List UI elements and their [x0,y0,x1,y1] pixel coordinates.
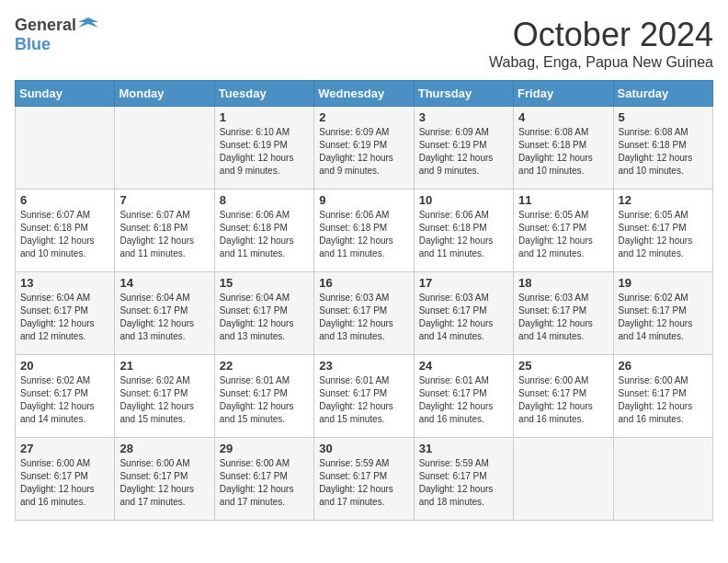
calendar-cell: 28Sunrise: 6:00 AM Sunset: 6:17 PM Dayli… [115,438,214,521]
day-info: Sunrise: 6:03 AM Sunset: 6:17 PM Dayligh… [419,292,508,343]
calendar-cell: 2Sunrise: 6:09 AM Sunset: 6:19 PM Daylig… [314,107,414,190]
calendar-cell [16,107,115,190]
day-info: Sunrise: 6:04 AM Sunset: 6:17 PM Dayligh… [20,292,109,343]
calendar-cell: 17Sunrise: 6:03 AM Sunset: 6:17 PM Dayli… [414,272,513,355]
calendar-cell: 31Sunrise: 5:59 AM Sunset: 6:17 PM Dayli… [414,438,513,521]
day-number: 3 [419,110,508,124]
day-info: Sunrise: 5:59 AM Sunset: 6:17 PM Dayligh… [319,457,408,509]
calendar-cell: 15Sunrise: 6:04 AM Sunset: 6:17 PM Dayli… [214,272,313,355]
weekday-header-sunday: Sunday [16,81,115,107]
day-info: Sunrise: 6:04 AM Sunset: 6:17 PM Dayligh… [220,292,309,343]
calendar-subtitle: Wabag, Enga, Papua New Guinea [489,54,713,71]
calendar-cell: 21Sunrise: 6:02 AM Sunset: 6:17 PM Dayli… [115,355,214,438]
day-number: 4 [518,110,608,124]
day-number: 22 [220,359,309,373]
day-info: Sunrise: 6:00 AM Sunset: 6:17 PM Dayligh… [518,374,608,426]
day-info: Sunrise: 6:07 AM Sunset: 6:18 PM Dayligh… [119,209,209,260]
day-info: Sunrise: 6:07 AM Sunset: 6:18 PM Dayligh… [20,209,109,260]
calendar-cell: 11Sunrise: 6:05 AM Sunset: 6:17 PM Dayli… [514,190,613,272]
day-number: 12 [619,193,708,207]
calendar-cell: 4Sunrise: 6:08 AM Sunset: 6:18 PM Daylig… [514,107,613,190]
day-info: Sunrise: 6:02 AM Sunset: 6:17 PM Dayligh… [619,292,708,343]
calendar-cell: 22Sunrise: 6:01 AM Sunset: 6:17 PM Dayli… [214,355,313,438]
calendar-cell: 14Sunrise: 6:04 AM Sunset: 6:17 PM Dayli… [115,272,214,355]
calendar-cell: 24Sunrise: 6:01 AM Sunset: 6:17 PM Dayli… [414,355,513,438]
calendar-cell: 3Sunrise: 6:09 AM Sunset: 6:19 PM Daylig… [414,107,513,190]
day-number: 17 [419,276,508,290]
calendar-cell: 23Sunrise: 6:01 AM Sunset: 6:17 PM Dayli… [314,355,414,438]
calendar-cell [115,107,214,190]
day-info: Sunrise: 5:59 AM Sunset: 6:17 PM Dayligh… [419,457,508,509]
day-info: Sunrise: 6:00 AM Sunset: 6:17 PM Dayligh… [220,457,309,509]
weekday-header-saturday: Saturday [613,81,712,107]
day-info: Sunrise: 6:01 AM Sunset: 6:17 PM Dayligh… [220,374,309,426]
day-number: 5 [619,110,708,124]
weekday-header-tuesday: Tuesday [214,81,313,107]
day-number: 16 [319,276,408,290]
day-info: Sunrise: 6:06 AM Sunset: 6:18 PM Dayligh… [319,209,408,260]
calendar-week-4: 20Sunrise: 6:02 AM Sunset: 6:17 PM Dayli… [16,355,713,438]
day-number: 13 [20,276,109,290]
header-area: General Blue October 2024 Wabag, Enga, P… [15,15,713,71]
calendar-cell: 27Sunrise: 6:00 AM Sunset: 6:17 PM Dayli… [16,438,115,521]
day-info: Sunrise: 6:00 AM Sunset: 6:17 PM Dayligh… [20,457,109,509]
day-info: Sunrise: 6:06 AM Sunset: 6:18 PM Dayligh… [419,209,508,260]
calendar-cell: 10Sunrise: 6:06 AM Sunset: 6:18 PM Dayli… [414,190,513,272]
day-info: Sunrise: 6:01 AM Sunset: 6:17 PM Dayligh… [319,374,408,426]
calendar-cell: 20Sunrise: 6:02 AM Sunset: 6:17 PM Dayli… [16,355,115,438]
day-number: 2 [319,110,408,124]
calendar-cell: 8Sunrise: 6:06 AM Sunset: 6:18 PM Daylig… [214,190,313,272]
calendar-cell: 29Sunrise: 6:00 AM Sunset: 6:17 PM Dayli… [214,438,313,521]
day-number: 19 [619,276,708,290]
calendar-cell: 13Sunrise: 6:04 AM Sunset: 6:17 PM Dayli… [16,272,115,355]
day-info: Sunrise: 6:08 AM Sunset: 6:18 PM Dayligh… [619,126,708,178]
day-number: 27 [20,442,109,455]
weekday-header-monday: Monday [115,81,214,107]
calendar-week-3: 13Sunrise: 6:04 AM Sunset: 6:17 PM Dayli… [16,272,713,355]
logo-blue: Blue [15,35,51,54]
svg-marker-0 [78,17,98,28]
weekday-header-thursday: Thursday [414,81,513,107]
day-info: Sunrise: 6:00 AM Sunset: 6:17 PM Dayligh… [119,457,209,509]
day-number: 18 [518,276,608,290]
day-info: Sunrise: 6:01 AM Sunset: 6:17 PM Dayligh… [419,374,508,426]
calendar-cell: 19Sunrise: 6:02 AM Sunset: 6:17 PM Dayli… [613,272,712,355]
day-number: 28 [119,442,209,455]
day-info: Sunrise: 6:10 AM Sunset: 6:19 PM Dayligh… [220,126,309,178]
logo-general: General [15,16,76,35]
day-info: Sunrise: 6:02 AM Sunset: 6:17 PM Dayligh… [119,374,209,426]
day-number: 23 [319,359,408,373]
day-number: 6 [20,193,109,207]
calendar-table: SundayMondayTuesdayWednesdayThursdayFrid… [15,80,713,521]
day-info: Sunrise: 6:03 AM Sunset: 6:17 PM Dayligh… [319,292,408,343]
calendar-cell: 1Sunrise: 6:10 AM Sunset: 6:19 PM Daylig… [214,107,313,190]
day-number: 31 [419,442,508,455]
day-number: 29 [220,442,309,455]
calendar-cell: 6Sunrise: 6:07 AM Sunset: 6:18 PM Daylig… [16,190,115,272]
day-number: 24 [419,359,508,373]
calendar-cell: 25Sunrise: 6:00 AM Sunset: 6:17 PM Dayli… [514,355,613,438]
day-info: Sunrise: 6:00 AM Sunset: 6:17 PM Dayligh… [619,374,708,426]
title-area: October 2024 Wabag, Enga, Papua New Guin… [489,15,713,71]
calendar-cell [613,438,712,521]
calendar-cell [514,438,613,521]
calendar-title: October 2024 [489,15,713,54]
weekday-header-row: SundayMondayTuesdayWednesdayThursdayFrid… [16,81,713,107]
calendar-cell: 16Sunrise: 6:03 AM Sunset: 6:17 PM Dayli… [314,272,414,355]
day-number: 21 [119,359,209,373]
day-number: 8 [220,193,309,207]
day-number: 1 [220,110,309,124]
calendar-cell: 30Sunrise: 5:59 AM Sunset: 6:17 PM Dayli… [314,438,414,521]
day-number: 25 [518,359,608,373]
logo-text-block: General Blue [15,15,98,54]
day-number: 15 [220,276,309,290]
day-number: 9 [319,193,408,207]
calendar-cell: 26Sunrise: 6:00 AM Sunset: 6:17 PM Dayli… [613,355,712,438]
day-info: Sunrise: 6:04 AM Sunset: 6:17 PM Dayligh… [119,292,209,343]
day-number: 30 [319,442,408,455]
day-info: Sunrise: 6:08 AM Sunset: 6:18 PM Dayligh… [518,126,608,178]
calendar-cell: 5Sunrise: 6:08 AM Sunset: 6:18 PM Daylig… [613,107,712,190]
day-number: 20 [20,359,109,373]
day-info: Sunrise: 6:05 AM Sunset: 6:17 PM Dayligh… [518,209,608,260]
calendar-week-2: 6Sunrise: 6:07 AM Sunset: 6:18 PM Daylig… [16,190,713,272]
